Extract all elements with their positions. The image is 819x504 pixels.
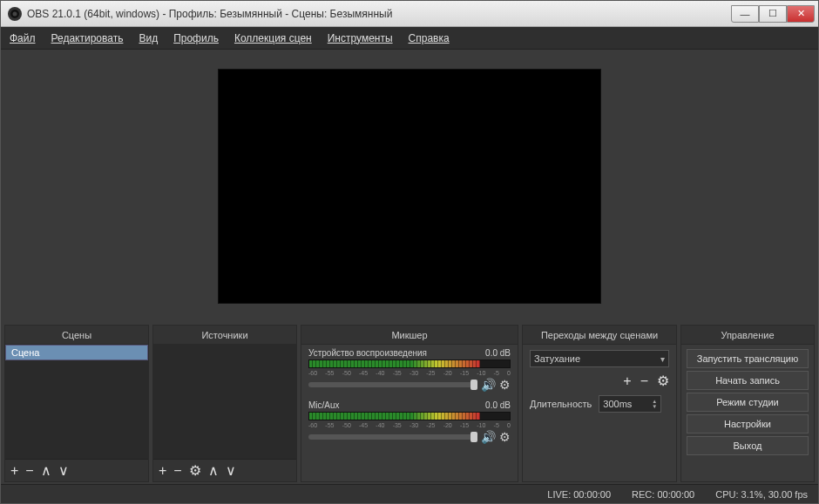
transitions-panel: Переходы между сценами Затухание ▾ + − ⚙… [522,325,677,482]
mixer-panel: Микшер Устройство воспроизведения 0.0 dB… [301,325,518,482]
mixer-channel-db: 0.0 dB [485,348,511,358]
bottom-panels: Сцены Сцена + − ∧ ∨ Источники + − ⚙ ∧ ∨ [1,323,818,484]
menu-file[interactable]: Файл [10,32,36,44]
menu-help[interactable]: Справка [409,32,450,44]
scenes-header: Сцены [5,326,148,345]
vu-ticks: -60-55-50-45-40-35-30-25-20-15-10-50 [308,422,511,428]
preview-canvas[interactable] [218,69,601,304]
status-live: LIVE: 00:00:00 [547,489,611,500]
mixer-channel-desktop: Устройство воспроизведения 0.0 dB -60-55… [301,345,518,397]
mixer-channel-db: 0.0 dB [485,400,511,410]
volume-slider[interactable] [308,434,477,440]
scenes-list[interactable]: Сцена [5,345,148,459]
mixer-channel-name: Mic/Aux [308,400,340,410]
duration-input[interactable]: 300ms ▲▼ [599,395,661,413]
settings-button[interactable]: Настройки [687,414,809,433]
volume-slider[interactable] [308,382,477,387]
move-source-up-button[interactable]: ∧ [208,464,219,478]
scene-item[interactable]: Сцена [5,345,148,360]
minimize-button[interactable]: — [731,5,759,23]
app-window: OBS 21.0.1 (64bit, windows) - Профиль: Б… [0,0,819,504]
gear-icon[interactable]: ⚙ [499,378,511,392]
maximize-button[interactable]: ☐ [759,5,787,23]
gear-icon[interactable]: ⚙ [499,430,511,444]
transitions-body: Затухание ▾ + − ⚙ Длительность 300ms ▲▼ [523,345,676,418]
source-settings-button[interactable]: ⚙ [189,464,201,478]
start-recording-button[interactable]: Начать запись [687,371,809,390]
add-scene-button[interactable]: + [10,464,18,478]
status-cpu: CPU: 3.1%, 30.00 fps [715,489,808,500]
menu-tools[interactable]: Инструменты [328,32,393,44]
move-source-down-button[interactable]: ∨ [226,464,236,478]
controls-panel: Управление Запустить трансляцию Начать з… [680,325,815,482]
transition-settings-button[interactable]: ⚙ [657,374,669,388]
studio-mode-button[interactable]: Режим студии [687,393,809,412]
transitions-header: Переходы между сценами [523,326,676,345]
menu-edit[interactable]: Редактировать [51,32,124,44]
sources-header: Источники [153,326,296,345]
speaker-icon[interactable]: 🔊 [481,430,496,444]
speaker-icon[interactable]: 🔊 [481,378,496,392]
controls-header: Управление [681,326,814,345]
add-transition-button[interactable]: + [623,374,631,388]
menu-profile[interactable]: Профиль [173,32,219,44]
vu-ticks: -60-55-50-45-40-35-30-25-20-15-10-50 [308,370,511,376]
vu-meter [308,360,511,368]
mixer-header: Микшер [301,326,518,345]
menu-view[interactable]: Вид [139,32,158,44]
mixer-channel-mic: Mic/Aux 0.0 dB -60-55-50-45-40-35-30-25-… [301,397,518,449]
sources-panel: Источники + − ⚙ ∧ ∨ [152,325,297,482]
app-icon [8,7,22,21]
menubar: Файл Редактировать Вид Профиль Коллекция… [1,27,818,50]
move-scene-down-button[interactable]: ∨ [58,464,69,478]
start-streaming-button[interactable]: Запустить трансляцию [687,349,809,368]
scenes-toolbar: + − ∧ ∨ [5,459,148,481]
remove-source-button[interactable]: − [173,464,181,478]
mixer-body: Устройство воспроизведения 0.0 dB -60-55… [301,345,518,481]
close-button[interactable]: ✕ [787,5,815,23]
move-scene-up-button[interactable]: ∧ [41,464,51,478]
svg-point-1 [13,11,17,16]
sources-toolbar: + − ⚙ ∧ ∨ [153,459,296,481]
window-controls: — ☐ ✕ [731,5,815,23]
titlebar: OBS 21.0.1 (64bit, windows) - Профиль: Б… [1,1,818,27]
status-rec: REC: 00:00:00 [632,489,694,500]
vu-meter [308,412,511,420]
spinner-icon[interactable]: ▲▼ [652,399,657,409]
mixer-channel-name: Устройство воспроизведения [308,348,427,358]
chevron-down-icon: ▾ [660,354,665,364]
exit-button[interactable]: Выход [687,436,809,455]
window-title: OBS 21.0.1 (64bit, windows) - Профиль: Б… [27,8,731,20]
remove-scene-button[interactable]: − [25,464,33,478]
controls-body: Запустить трансляцию Начать запись Режим… [681,345,814,481]
menu-scene-collection[interactable]: Коллекция сцен [234,32,312,44]
preview-area [1,50,818,323]
remove-transition-button[interactable]: − [640,374,648,388]
duration-label: Длительность [530,399,592,409]
transition-select[interactable]: Затухание ▾ [530,350,669,367]
add-source-button[interactable]: + [159,464,166,478]
sources-list[interactable] [153,345,296,459]
statusbar: LIVE: 00:00:00 REC: 00:00:00 CPU: 3.1%, … [1,484,818,503]
scenes-panel: Сцены Сцена + − ∧ ∨ [4,325,149,482]
